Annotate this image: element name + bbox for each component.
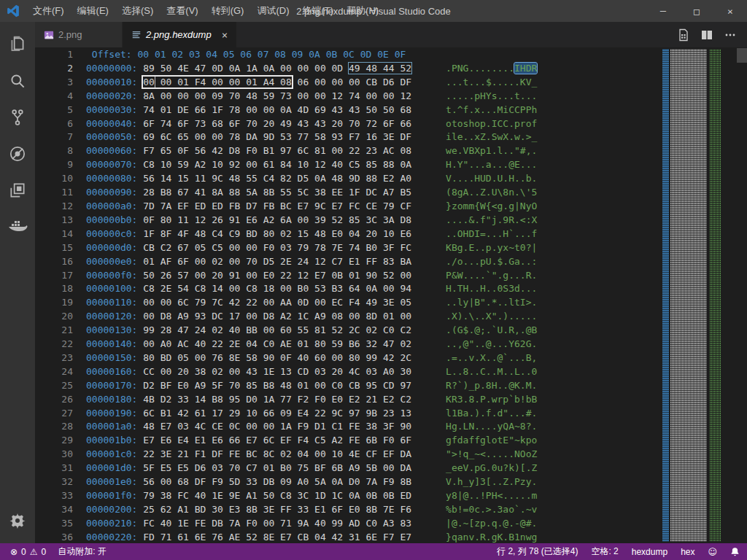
hexdump-row[interactable]: 33000001f0:79 38 FC 40 1E 9E A1 50 C8 3C… xyxy=(35,489,747,503)
hexdump-row[interactable]: 2700000190:6C B1 42 61 17 29 10 66 09 E4… xyxy=(35,407,747,421)
menu-edit[interactable]: 编辑(E) xyxy=(71,2,115,20)
hexdump-row[interactable]: 29000001b0:E7 E6 E4 E1 E6 66 E7 6C EF F4… xyxy=(35,434,747,448)
notifications-bell-icon[interactable] xyxy=(730,547,740,556)
ascii-text[interactable]: KR3.8.P.wrp`b!bB xyxy=(446,394,537,405)
ascii-text[interactable]: L..8..C..M..L..0 xyxy=(446,366,537,377)
hex-bytes[interactable]: E7 E6 E4 E1 E6 66 E7 6C EF F4 C5 A2 FE 6… xyxy=(143,435,411,446)
hex-bytes[interactable]: 00 A0 AC 40 22 2E 04 C0 AE 01 80 59 B6 3… xyxy=(143,338,411,349)
hex-bytes[interactable]: 50 26 57 00 20 91 00 E0 22 12 E7 0B 01 9… xyxy=(143,270,411,281)
hex-bytes[interactable]: FD 71 61 6E 76 AE 52 8E E7 CB 04 42 31 6… xyxy=(143,532,411,542)
hex-bytes[interactable]: 0F 80 11 12 26 91 E6 A2 6A 00 39 52 85 3… xyxy=(143,214,411,225)
menu-view[interactable]: 查看(V) xyxy=(160,2,204,20)
ascii-text[interactable]: gfdaffglotE"~kpo xyxy=(446,435,537,446)
show-hexdump-icon[interactable] xyxy=(677,28,690,42)
ascii-text[interactable]: ">!q_~<.....NOoZ xyxy=(446,448,537,459)
hexdump-row[interactable]: 17000000f0:50 26 57 00 20 91 00 E0 22 12… xyxy=(35,269,747,283)
hex-bytes[interactable]: 8A 00 00 00 09 70 48 59 73 00 00 12 74 0… xyxy=(143,90,411,101)
hex-bytes[interactable]: 28 B8 67 41 8A 88 5A 8B 55 5C 38 EE 1F D… xyxy=(143,187,411,198)
hex-bytes[interactable]: 5F E5 E5 D6 03 70 C7 01 B0 75 BF 6B A9 5… xyxy=(143,462,411,473)
ascii-text[interactable]: KBg.E..p.yx~t0?| xyxy=(446,242,537,253)
ascii-text[interactable]: }qanv.R.gK.B1nwg xyxy=(446,532,537,542)
docker-icon[interactable] xyxy=(0,209,35,245)
hex-bytes[interactable]: 4B D2 33 14 B8 95 D0 1A 77 F2 F0 E0 E2 2… xyxy=(143,394,411,405)
hexdump-row[interactable]: 3500000210:FC 40 1E FE DB 7A F0 00 71 9A… xyxy=(35,517,747,531)
hexdump-row[interactable]: 2000000120:00 D8 A9 93 DC 17 00 D8 A2 1C… xyxy=(35,310,747,324)
cursor-position[interactable]: 行 2, 列 78 (已选择4) xyxy=(497,545,578,558)
close-button[interactable]: × xyxy=(713,0,747,22)
ascii-text[interactable]: |@.~[zp.q.@.-@#. xyxy=(446,518,537,529)
hex-bytes[interactable]: 79 38 FC 40 1E 9E A1 50 C8 3C 1D 1C 0A 0… xyxy=(143,490,411,501)
hexdump-row[interactable]: 2600000180:4B D2 33 14 B8 95 D0 1A 77 F2… xyxy=(35,393,747,407)
feedback-smiley-icon[interactable]: ☺ xyxy=(708,547,717,557)
hexdump-row[interactable]: 31000001d0:5F E5 E5 D6 03 70 C7 01 B0 75… xyxy=(35,462,747,475)
ascii-text[interactable]: %b!=0c.>.3ao`.~v xyxy=(446,504,537,515)
hexdump-row[interactable]: 2300000150:80 BD 05 00 76 8E 58 90 0F 40… xyxy=(35,351,747,365)
hexdump-row[interactable]: 400000020:8A 00 00 00 09 70 48 59 73 00 … xyxy=(35,90,747,104)
ascii-text[interactable]: .=..v.X..@`...B, xyxy=(446,352,537,363)
ascii-text[interactable]: .(G$.@;.`U.R,.@B xyxy=(446,324,537,335)
hexdump-row[interactable]: 13000000b0:0F 80 11 12 26 91 E6 A2 6A 00… xyxy=(35,214,747,228)
hexdump-row[interactable]: 14000000c0:1F 8F 4F 48 C4 C9 BD 80 02 15… xyxy=(35,228,747,241)
hexdump-row[interactable]: 2400000160:CC 00 20 38 02 00 43 1E 13 CD… xyxy=(35,365,747,379)
menu-debug[interactable]: 调试(D) xyxy=(251,2,295,20)
hexdump-row[interactable]: 2500000170:D2 BF E0 A9 5F 70 85 B8 48 01… xyxy=(35,379,747,393)
language-mode[interactable]: hexdump xyxy=(632,547,667,557)
ascii-text[interactable]: .....pHYs...t... xyxy=(446,90,537,101)
hexdump-row[interactable]: 12000000a0:7D 7A EF ED ED FB D7 FB BC E7… xyxy=(35,200,747,214)
hex-bytes[interactable]: 56 14 15 11 9C 48 55 C4 82 D5 0A 48 9D 8… xyxy=(143,173,411,184)
hexdump-row[interactable]: 700000050:69 6C 65 00 00 78 DA 9D 53 77 … xyxy=(35,131,747,144)
extensions-icon[interactable] xyxy=(0,172,35,209)
hexdump-row[interactable]: 1100000090:28 B8 67 41 8A 88 5A 8B 55 5C… xyxy=(35,186,747,200)
ascii-text[interactable]: _eeV.pG.0u?k)[.Z xyxy=(446,462,537,473)
settings-gear-icon[interactable] xyxy=(0,502,35,539)
hexdump-row[interactable]: 30000001c0:22 3E 21 F1 DF FE BC 8C 02 04… xyxy=(35,448,747,462)
ascii-text[interactable]: t.^f.x...MiCCPPh xyxy=(446,104,537,115)
hexdump-row[interactable]: 3600000220:FD 71 61 6E 76 AE 52 8E E7 CB… xyxy=(35,531,747,543)
ascii-text[interactable]: otoshop.ICC.prof xyxy=(446,118,537,129)
ascii-text[interactable]: R?`)_p.8H..@K.M. xyxy=(446,380,537,391)
hexdump-row[interactable]: 600000040:6F 74 6F 73 68 6F 70 20 49 43 … xyxy=(35,117,747,131)
hex-bytes[interactable]: 25 62 A1 BD 30 E3 8B 3E FF 33 E1 6F E0 8… xyxy=(143,504,411,515)
hex-bytes[interactable]: CC 00 20 38 02 00 43 1E 13 CD 03 20 4C 0… xyxy=(143,366,411,377)
hex-bytes[interactable]: 80 BD 05 00 76 8E 58 90 0F 40 60 00 80 9… xyxy=(143,352,411,363)
split-editor-icon[interactable] xyxy=(700,28,713,42)
more-actions-icon[interactable] xyxy=(724,28,737,42)
ascii-text[interactable]: H.TH..H..0S3d... xyxy=(446,283,537,294)
ascii-text[interactable]: .PNG........IHDR xyxy=(446,63,537,74)
hex-bytes[interactable]: C8 10 59 A2 10 92 00 61 84 10 12 40 C5 8… xyxy=(143,159,411,170)
explorer-icon[interactable] xyxy=(0,26,35,63)
hex-bytes[interactable]: CB C2 67 05 C5 00 00 F0 03 79 78 7E 74 B… xyxy=(143,242,411,253)
source-control-icon[interactable] xyxy=(0,99,35,136)
hex-bytes[interactable]: 74 01 DE 66 1F 78 00 00 0A 4D 69 43 43 5… xyxy=(143,104,411,115)
hex-bytes[interactable]: 6F 74 6F 73 68 6F 70 20 49 43 43 20 70 7… xyxy=(143,118,411,129)
vertical-scrollbar[interactable] xyxy=(737,48,747,63)
ascii-text[interactable]: V.h_y]3[..Z.Pzy. xyxy=(446,476,537,487)
hexdump-row[interactable]: 1 Offset: 00 01 02 03 04 05 06 07 08 09 … xyxy=(35,48,747,62)
hex-bytes[interactable]: 7D 7A EF ED ED FB D7 FB BC E7 9C E7 FC C… xyxy=(143,201,411,211)
ascii-text[interactable]: .X).\..X".)..... xyxy=(446,311,537,322)
auto-attach-status[interactable]: 自动附加: 开 xyxy=(55,545,109,558)
ascii-text[interactable]: P&W....`".g...R. xyxy=(446,270,537,281)
hex-bytes[interactable]: 69 6C 65 00 00 78 DA 9D 53 77 58 93 F7 1… xyxy=(143,131,411,142)
hex-bytes[interactable]: FC 40 1E FE DB 7A F0 00 71 9A 40 99 AD C… xyxy=(143,518,411,529)
encoding-mode[interactable]: hex xyxy=(681,547,694,557)
indentation-status[interactable]: 空格: 2 xyxy=(591,545,618,558)
ascii-text[interactable]: H.Y"...a...@E... xyxy=(446,159,537,170)
menu-file[interactable]: 文件(F) xyxy=(27,2,70,20)
hex-bytes[interactable]: 6C B1 42 61 17 29 10 66 09 E4 22 9C 97 9… xyxy=(143,408,411,419)
hexdump-row[interactable]: 3400000200:25 62 A1 BD 30 E3 8B 3E FF 33… xyxy=(35,503,747,517)
hex-bytes[interactable]: 56 00 68 DF F9 5D 33 DB 09 A0 5A 0A D0 7… xyxy=(143,476,411,487)
ascii-text[interactable]: V....HUD.U.H..b. xyxy=(446,173,537,184)
minimap[interactable] xyxy=(662,47,732,543)
hex-bytes[interactable]: 01 AF 6F 00 02 00 70 D5 2E 24 12 C7 E1 F… xyxy=(143,256,411,267)
ascii-text[interactable]: ..OHDI=...H`...f xyxy=(446,228,537,239)
tab-2png[interactable]: 2.png xyxy=(35,22,123,47)
search-icon[interactable] xyxy=(0,63,35,99)
hex-bytes[interactable]: C8 2E 54 C8 14 00 C8 18 00 B0 53 B3 64 0… xyxy=(143,283,411,294)
hexdump-row[interactable]: 32000001e0:56 00 68 DF F9 5D 33 DB 09 A0… xyxy=(35,475,747,489)
hexdump-row[interactable]: 28000001a0:48 E7 03 4C CE 0C 00 00 1A F9… xyxy=(35,420,747,434)
hexdump-row[interactable]: 15000000d0:CB C2 67 05 C5 00 00 F0 03 79… xyxy=(35,241,747,255)
hexdump-row[interactable]: 500000030:74 01 DE 66 1F 78 00 00 0A 4D … xyxy=(35,104,747,117)
hex-bytes[interactable]: 1F 8F 4F 48 C4 C9 BD 80 02 15 48 E0 04 2… xyxy=(143,228,411,239)
hexdump-row[interactable]: 200000000:89 50 4E 47 0D 0A 1A 0A 00 00 … xyxy=(35,62,747,76)
